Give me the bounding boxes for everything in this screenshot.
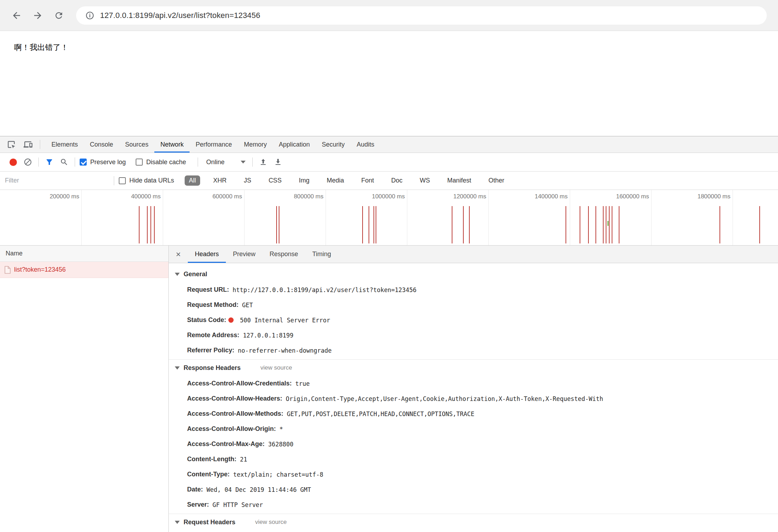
type-filter-manifest[interactable]: Manifest: [443, 175, 475, 186]
type-filter-img[interactable]: Img: [295, 175, 314, 186]
header-item: Server:GF HTTP Server: [169, 497, 778, 512]
inspect-cursor-icon: [7, 140, 16, 149]
type-filter-all[interactable]: All: [185, 175, 200, 186]
devtools-tab-application[interactable]: Application: [273, 136, 316, 153]
timeline-request-mark: [609, 206, 610, 243]
divider: [75, 157, 75, 167]
header-item: Access-Control-Allow-Origin:*: [169, 421, 778, 437]
throttling-dropdown[interactable]: Online: [201, 159, 249, 166]
import-har-button[interactable]: [256, 155, 271, 169]
header-name: Access-Control-Allow-Headers:: [187, 395, 282, 402]
section-header[interactable]: General: [169, 266, 778, 282]
info-icon: [85, 11, 94, 20]
inspect-element-button[interactable]: [3, 136, 20, 153]
header-value: Origin,Content-Type,Accept,User-Agent,Co…: [286, 395, 603, 402]
section-header[interactable]: Request Headersview source: [169, 514, 778, 530]
preserve-log-checkbox[interactable]: Preserve log: [80, 159, 126, 166]
type-filter-media[interactable]: Media: [322, 175, 348, 186]
throttling-value: Online: [206, 159, 224, 166]
details-tab-preview[interactable]: Preview: [226, 246, 263, 263]
clear-network-log-button[interactable]: [20, 155, 35, 169]
name-column-header[interactable]: Name: [0, 246, 168, 262]
details-tab-timing[interactable]: Timing: [305, 246, 338, 263]
timeline-gridline: [488, 190, 489, 245]
header-name: Access-Control-Max-Age:: [187, 440, 265, 448]
view-source-link[interactable]: view source: [260, 364, 292, 371]
type-filter-css[interactable]: CSS: [264, 175, 286, 186]
devtools-tab-network[interactable]: Network: [154, 136, 190, 153]
hide-data-urls-label: Hide data URLs: [129, 177, 174, 184]
timeline-request-mark: [612, 206, 612, 243]
toggle-device-toolbar-button[interactable]: [20, 136, 37, 153]
view-source-link[interactable]: view source: [255, 519, 287, 526]
page-body-text: 啊！我出错了！: [0, 31, 778, 53]
header-name: Request Method:: [187, 301, 239, 309]
timeline-tick-label: 400000 ms: [99, 193, 161, 200]
reload-button[interactable]: [50, 7, 68, 24]
devtools-tab-elements[interactable]: Elements: [45, 136, 84, 153]
header-value: http://127.0.0.1:8199/api.v2/user/list?t…: [233, 286, 416, 293]
devtools-tab-memory[interactable]: Memory: [238, 136, 273, 153]
network-overview-timeline[interactable]: 200000 ms400000 ms600000 ms800000 ms1000…: [0, 190, 778, 246]
export-har-button[interactable]: [271, 155, 285, 169]
type-filters: AllXHRJSCSSImgMediaFontDocWSManifestOthe…: [185, 175, 517, 186]
timeline-request-mark: [603, 206, 604, 243]
type-filter-doc[interactable]: Doc: [387, 175, 407, 186]
devtools-tab-sources[interactable]: Sources: [119, 136, 154, 153]
type-filter-other[interactable]: Other: [484, 175, 508, 186]
header-item: Access-Control-Allow-Headers:Origin,Cont…: [169, 391, 778, 406]
timeline-request-mark: [580, 206, 580, 243]
details-tab-headers[interactable]: Headers: [188, 246, 226, 263]
section-title: Response Headers: [184, 364, 241, 372]
header-item: Referrer Policy:no-referrer-when-downgra…: [169, 343, 778, 358]
timeline-request-mark: [279, 206, 279, 243]
timeline-request-mark: [376, 206, 376, 243]
timeline-request-mark: [588, 206, 589, 243]
reload-icon: [54, 11, 64, 20]
checkbox-checked-icon: [80, 159, 87, 166]
url-bar[interactable]: 127.0.0.1:8199/api.v2/user/list?token=12…: [76, 6, 767, 25]
network-toolbar: Preserve log Disable cache Online: [0, 153, 778, 172]
type-filter-xhr[interactable]: XHR: [209, 175, 231, 186]
request-row[interactable]: list?token=123456: [0, 262, 168, 278]
timeline-gridline: [163, 190, 163, 245]
hide-data-urls-checkbox[interactable]: Hide data URLs: [119, 177, 174, 184]
request-doc-icon: [4, 266, 11, 274]
section-header[interactable]: Response Headersview source: [169, 360, 778, 376]
section-title: Request Headers: [184, 519, 235, 526]
devtools-tab-performance[interactable]: Performance: [190, 136, 238, 153]
back-button[interactable]: [8, 7, 25, 24]
close-details-button[interactable]: ×: [169, 246, 188, 263]
devtools-tab-console[interactable]: Console: [84, 136, 119, 153]
filter-input[interactable]: [5, 177, 111, 184]
search-button[interactable]: [57, 155, 72, 169]
details-tab-response[interactable]: Response: [263, 246, 305, 263]
devtools-tab-audits[interactable]: Audits: [351, 136, 380, 153]
type-filter-js[interactable]: JS: [240, 175, 255, 186]
timeline-load-mark: [607, 221, 609, 226]
type-filter-font[interactable]: Font: [357, 175, 378, 186]
section-request-headers: Request Headersview source: [169, 514, 778, 532]
request-rows: list?token=123456: [0, 262, 168, 278]
timeline-request-mark: [619, 206, 619, 243]
timeline-gridline: [570, 190, 570, 245]
record-network-log-button[interactable]: [6, 155, 20, 169]
timeline-tick-label: 1200000 ms: [424, 193, 486, 200]
section-response-headers: Response Headersview sourceAccess-Contro…: [169, 359, 778, 514]
header-value: true: [295, 380, 310, 387]
page-info-button[interactable]: [85, 11, 94, 20]
timeline-request-mark: [276, 206, 277, 243]
status-error-dot-icon: [228, 317, 234, 323]
header-name: Date:: [187, 486, 203, 493]
timeline-request-mark: [720, 206, 720, 243]
filter-toggle-button[interactable]: [42, 155, 57, 169]
record-icon: [10, 159, 17, 166]
forward-arrow-icon: [32, 10, 43, 21]
type-filter-ws[interactable]: WS: [415, 175, 434, 186]
disable-cache-checkbox[interactable]: Disable cache: [136, 159, 186, 166]
devtools-tab-security[interactable]: Security: [316, 136, 351, 153]
block-icon: [24, 158, 32, 166]
forward-button[interactable]: [29, 7, 47, 24]
header-value: 3628800: [268, 441, 294, 448]
timeline-request-mark: [154, 206, 155, 243]
